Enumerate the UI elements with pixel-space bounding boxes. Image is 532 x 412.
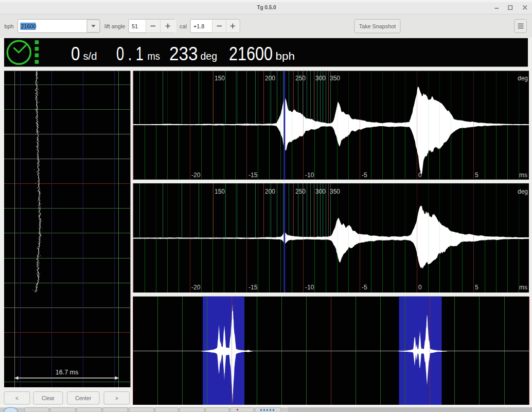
svg-text:-10: -10	[305, 284, 314, 291]
svg-text:233: 233	[169, 43, 198, 64]
svg-text:+1.8: +1.8	[193, 23, 204, 29]
svg-text:deg: deg	[518, 75, 528, 82]
svg-text:ms: ms	[148, 50, 161, 62]
svg-text:>: >	[115, 396, 118, 401]
svg-text:51: 51	[132, 23, 138, 29]
svg-text:350: 350	[330, 188, 340, 195]
svg-text:Take Snapshot: Take Snapshot	[359, 23, 396, 29]
svg-text:ms: ms	[519, 284, 527, 291]
svg-text:Clear: Clear	[42, 396, 55, 401]
svg-text:0 . 1: 0 . 1	[116, 43, 144, 64]
svg-text:lift angle: lift angle	[104, 23, 125, 29]
svg-text:300: 300	[315, 188, 326, 195]
svg-text:-10: -10	[305, 171, 314, 179]
svg-text:150: 150	[215, 188, 225, 195]
svg-text:cal: cal	[180, 23, 187, 29]
svg-text:21600: 21600	[229, 43, 273, 64]
svg-text:21600: 21600	[21, 23, 37, 29]
svg-text:16.7 ms: 16.7 ms	[56, 369, 78, 376]
svg-text:0: 0	[418, 171, 422, 179]
svg-text:350: 350	[330, 75, 340, 82]
svg-text:250: 250	[295, 75, 306, 82]
svg-text:200: 200	[265, 188, 275, 195]
svg-text:150: 150	[215, 75, 225, 82]
svg-text:deg: deg	[518, 188, 528, 195]
svg-text:ms: ms	[519, 171, 527, 179]
svg-text:5: 5	[475, 284, 478, 291]
svg-text:bph: bph	[5, 23, 14, 29]
svg-text:Tg 0.5.0: Tg 0.5.0	[257, 5, 276, 10]
svg-text:300: 300	[315, 75, 326, 82]
svg-text:-15: -15	[249, 284, 258, 291]
svg-text:-20: -20	[191, 284, 201, 291]
svg-text:-15: -15	[249, 171, 258, 179]
svg-text:-20: -20	[191, 171, 201, 179]
svg-text:<: <	[15, 396, 19, 401]
svg-text:0: 0	[71, 43, 80, 64]
svg-text:s/d: s/d	[83, 50, 97, 62]
svg-text:5: 5	[475, 171, 478, 179]
svg-text:-5: -5	[362, 171, 367, 179]
svg-text:bph: bph	[276, 50, 295, 62]
svg-text:-5: -5	[362, 284, 367, 291]
svg-text:Center: Center	[75, 396, 92, 401]
svg-text:250: 250	[295, 188, 306, 195]
svg-text:200: 200	[265, 75, 275, 82]
svg-text:deg: deg	[201, 50, 218, 62]
svg-text:0: 0	[418, 284, 422, 291]
